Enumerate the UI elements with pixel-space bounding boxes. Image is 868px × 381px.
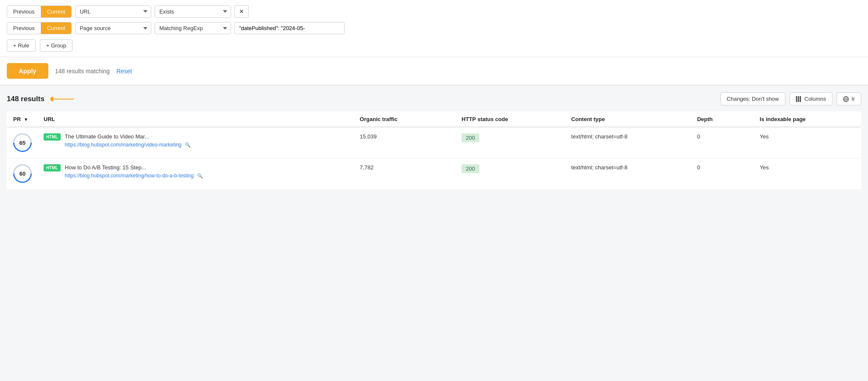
- add-rule-btn[interactable]: + Rule: [7, 39, 36, 52]
- filter-row-1: Previous Current URL Page source Title H…: [7, 5, 861, 18]
- url-cell-content: The Ultimate Guide to Video Mar... https…: [65, 133, 191, 148]
- columns-btn[interactable]: Columns: [790, 92, 832, 105]
- globe-icon: [843, 96, 849, 102]
- results-table: PR ▼ URL Organic traffic HTTP status cod…: [7, 111, 861, 189]
- cell-traffic: 7,782: [354, 158, 456, 189]
- status-badge: 200: [462, 133, 479, 142]
- apply-btn[interactable]: Apply: [7, 63, 48, 79]
- th-organic-traffic: Organic traffic: [354, 112, 456, 127]
- results-count-group: 148 results: [7, 94, 76, 104]
- condition-select-2[interactable]: Exists Does not exist Contains Does not …: [155, 22, 231, 34]
- page-url[interactable]: https://blog.hubspot.com/marketing/video…: [65, 142, 181, 148]
- th-is-indexable: Is indexable page: [754, 112, 861, 127]
- th-url: URL: [38, 112, 354, 127]
- cell-depth: 0: [691, 158, 754, 189]
- th-content-type: Content type: [565, 112, 691, 127]
- pr-circle: 60: [13, 164, 32, 183]
- current-btn-2[interactable]: Current: [41, 22, 71, 34]
- cell-is-indexable: Yes: [754, 127, 861, 158]
- svg-rect-3: [798, 96, 799, 102]
- svg-rect-2: [796, 96, 797, 102]
- cell-http-status: 200: [456, 158, 565, 189]
- table-row: 65 HTML The Ultimate Guide to Video Mar.…: [7, 127, 861, 158]
- results-count: 148 results: [7, 95, 45, 103]
- table-header-row: PR ▼ URL Organic traffic HTTP status cod…: [7, 112, 861, 127]
- results-section: 148 results Changes: Don't show: [0, 86, 868, 189]
- filter-section: Previous Current URL Page source Title H…: [0, 0, 868, 57]
- results-matching-text: 148 results matching: [55, 68, 110, 75]
- field-select-2[interactable]: URL Page source Title H1 Meta descriptio…: [75, 22, 151, 34]
- pr-circle: 65: [13, 133, 32, 152]
- prev-current-toggle-1: Previous Current: [7, 6, 72, 18]
- search-icon: 🔍: [197, 173, 203, 178]
- results-header: 148 results Changes: Don't show: [7, 92, 861, 105]
- cell-http-status: 200: [456, 127, 565, 158]
- prev-current-toggle-2: Previous Current: [7, 22, 72, 34]
- th-pr[interactable]: PR ▼: [7, 112, 38, 127]
- page-url[interactable]: https://blog.hubspot.com/marketing/how-t…: [65, 173, 194, 179]
- columns-icon: [796, 96, 802, 102]
- changes-btn[interactable]: Changes: Don't show: [721, 92, 785, 105]
- search-icon: 🔍: [185, 142, 191, 147]
- apply-bar: Apply 148 results matching Reset: [0, 57, 868, 86]
- status-badge: 200: [462, 164, 479, 173]
- table-row: 60 HTML How to Do A/B Testing: 15 Step..…: [7, 158, 861, 189]
- add-group-btn[interactable]: + Group: [40, 39, 72, 52]
- cell-content-type: text/html; charset=utf-8: [565, 158, 691, 189]
- html-badge: HTML: [44, 133, 61, 141]
- previous-btn-2[interactable]: Previous: [7, 22, 41, 34]
- reset-btn[interactable]: Reset: [117, 68, 132, 75]
- th-http-status: HTTP status code: [456, 112, 565, 127]
- filter-row-2: Previous Current URL Page source Title H…: [7, 22, 861, 34]
- sort-arrow-pr: ▼: [24, 117, 28, 122]
- th-depth: Depth: [691, 112, 754, 127]
- globe-btn[interactable]: Ir: [837, 92, 861, 105]
- arrow-indicator: [50, 94, 76, 104]
- cell-is-indexable: Yes: [754, 158, 861, 189]
- cell-content-type: text/html; charset=utf-8: [565, 127, 691, 158]
- html-badge: HTML: [44, 164, 61, 171]
- current-btn-1[interactable]: Current: [41, 6, 71, 17]
- cell-pr: 60: [7, 158, 38, 189]
- cell-url: HTML How to Do A/B Testing: 15 Step... h…: [38, 158, 354, 189]
- page-title: The Ultimate Guide to Video Mar...: [65, 133, 191, 140]
- page-title: How to Do A/B Testing: 15 Step...: [65, 164, 203, 171]
- field-select-1[interactable]: URL Page source Title H1 Meta descriptio…: [75, 6, 151, 18]
- cell-depth: 0: [691, 127, 754, 158]
- url-cell-content: How to Do A/B Testing: 15 Step... https:…: [65, 164, 203, 179]
- value-input-2[interactable]: [234, 22, 345, 34]
- cell-pr: 65: [7, 127, 38, 158]
- previous-btn-1[interactable]: Previous: [7, 6, 41, 17]
- condition-select-1[interactable]: Exists Does not exist Contains Does not …: [155, 6, 231, 18]
- cell-url: HTML The Ultimate Guide to Video Mar... …: [38, 127, 354, 158]
- cell-traffic: 15,039: [354, 127, 456, 158]
- svg-rect-4: [800, 96, 801, 102]
- add-buttons: + Rule + Group: [7, 39, 861, 52]
- results-controls: Changes: Don't show Columns Ir: [721, 92, 861, 105]
- clear-btn-1[interactable]: ✕: [234, 5, 249, 18]
